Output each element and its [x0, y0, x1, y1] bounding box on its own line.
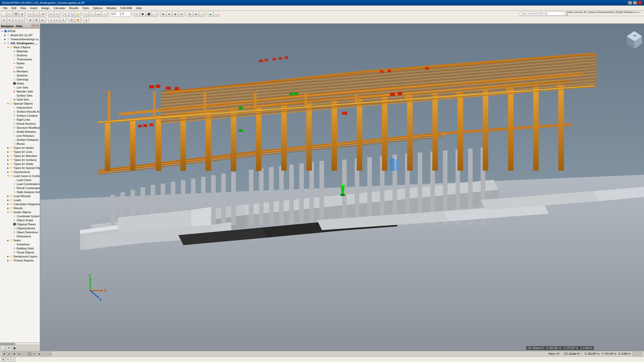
- tree-object-selections[interactable]: ⊞ Object Selections: [0, 230, 40, 234]
- tb-copy[interactable]: 📋: [34, 12, 39, 17]
- tree-load-cases-comb[interactable]: ▼ 📁 Load Cases & Combinations: [0, 174, 40, 178]
- tree-coord-systems[interactable]: ✛ Coordinate Systems: [0, 214, 40, 218]
- tb-view-3d[interactable]: ⊡: [179, 12, 184, 17]
- tree-results[interactable]: ▶ 📁 Results: [0, 206, 40, 210]
- tree-building-grids[interactable]: ⊞ Building Grids: [0, 246, 40, 250]
- tree-openings[interactable]: ⬜ Openings: [0, 77, 40, 81]
- tree-special-objects[interactable]: ▼ 📁 Special Objects: [0, 102, 40, 106]
- tree-model001[interactable]: ▶ 🗋 Model 001 (2).rf5*: [0, 33, 40, 37]
- menu-window[interactable]: Window: [104, 6, 118, 10]
- tb-redo[interactable]: ↪: [54, 12, 60, 17]
- tree-timberdesign[interactable]: ▶ 🗋 ©www.timberdesign.cz...: [0, 37, 40, 41]
- tb-select[interactable]: ↖: [63, 12, 68, 17]
- bottom-icon-2[interactable]: ↖: [6, 357, 11, 362]
- tb-array[interactable]: ⊞: [34, 17, 39, 22]
- nav-pin-button[interactable]: 📌: [31, 24, 35, 28]
- menu-options[interactable]: Options: [91, 6, 104, 10]
- tb-cut[interactable]: ✂: [28, 12, 33, 17]
- maximize-button[interactable]: □: [633, 1, 637, 5]
- status-icon-5[interactable]: ⬚: [22, 352, 27, 356]
- tree-types-nodes[interactable]: ▶ 📁 Types for Nodes: [0, 146, 40, 150]
- minimize-button[interactable]: –: [628, 1, 632, 5]
- menu-insert[interactable]: Insert: [28, 6, 39, 10]
- tb-measure[interactable]: 📏: [199, 12, 205, 17]
- tree-rigid-links[interactable]: ⊟ Rigid Links: [0, 118, 40, 122]
- tree-nodes[interactable]: ● Nodes: [0, 61, 40, 65]
- menu-tools[interactable]: Tools: [80, 6, 91, 10]
- status-icon-7[interactable]: ✒: [32, 352, 37, 356]
- status-icon-1[interactable]: ⊞: [2, 352, 7, 356]
- tree-imperfections[interactable]: ▶ 📁 Imperfections: [0, 170, 40, 174]
- tb-open[interactable]: 📂: [7, 12, 13, 17]
- tree-load-combinations[interactable]: ⊞ Load Combinations: [0, 182, 40, 186]
- tb-run[interactable]: ▶: [208, 12, 213, 17]
- menu-cad-bim[interactable]: CAD-BIM: [118, 6, 134, 10]
- tb-new[interactable]: 📄: [1, 12, 7, 17]
- menu-calculate[interactable]: Calculate: [52, 6, 67, 10]
- tb-copy2[interactable]: ⧉: [28, 17, 33, 22]
- tree-dimensions[interactable]: ↔ Dimensions: [0, 234, 40, 238]
- status-icon-8[interactable]: ⊕: [37, 352, 42, 356]
- lc-selector[interactable]: LC1: [110, 12, 120, 17]
- search-input[interactable]: [520, 12, 564, 16]
- status-icon-10[interactable]: ⊸: [47, 352, 52, 356]
- tree-static-analysis[interactable]: ⚙ Static Analysis Settings: [0, 190, 40, 194]
- tree-model153[interactable]: ▼ 🗋 153_Kindergarten_...: [0, 41, 40, 45]
- tb-view-top[interactable]: ⊠: [173, 12, 178, 17]
- tree-result-sections[interactable]: ⊡ Result Sections: [0, 122, 40, 126]
- tb-pan[interactable]: ✋: [75, 12, 80, 17]
- tree-root-rfem[interactable]: ▼ 🔵 RFEM: [0, 29, 40, 33]
- tree-guidelines[interactable]: — Guidelines: [0, 242, 40, 246]
- tree-types-lines[interactable]: ▶ 📁 Types for Lines: [0, 150, 40, 154]
- tb-num1[interactable]: 1: [48, 17, 54, 22]
- tree-surface-releases[interactable]: ▭ Surface Releases: [0, 138, 40, 142]
- tb-member[interactable]: ▬: [96, 12, 101, 17]
- status-icon-9[interactable]: ↔: [42, 352, 47, 356]
- tb-surface[interactable]: ▭: [102, 12, 107, 17]
- tree-sections[interactable]: ⬜ Sections: [0, 53, 40, 57]
- tb-divide[interactable]: ⊡: [40, 17, 45, 22]
- tree-types-solids[interactable]: ▶ 📁 Types for Solids: [0, 162, 40, 166]
- tree-lines[interactable]: ╱ Lines: [0, 65, 40, 69]
- tree-visual-objects[interactable]: 👁 Visual Objects: [0, 250, 40, 254]
- menu-edit[interactable]: Edit: [10, 6, 18, 10]
- tree-loads[interactable]: ▶ 📁 Loads: [0, 198, 40, 202]
- tb-mirror[interactable]: ⊸: [19, 17, 25, 22]
- tree-clipping-planes[interactable]: ⬛ Clipping Planes: [0, 222, 40, 226]
- tb-zoom[interactable]: 🔍: [69, 12, 74, 17]
- tree-types-special[interactable]: ▶ 📁 Types for Special Objects: [0, 166, 40, 170]
- tree-object-snaps[interactable]: ⊕ Object Snaps: [0, 218, 40, 222]
- tb-stop[interactable]: ⛌: [214, 12, 219, 17]
- bottom-icon-1[interactable]: ⊕: [1, 357, 6, 362]
- close-button[interactable]: ✕: [638, 1, 642, 5]
- tree-structure-modifications[interactable]: ⊠ Structure Modifications: [0, 126, 40, 130]
- tree-guide-objects[interactable]: ▼ 📁 Guide Objects: [0, 210, 40, 214]
- tree-members[interactable]: ▬ Members: [0, 69, 40, 73]
- status-icon-2[interactable]: ⊡: [7, 352, 12, 356]
- tree-types-surfaces[interactable]: ▶ 📁 Types for Surfaces: [0, 158, 40, 162]
- tb-paste[interactable]: 📌: [40, 12, 45, 17]
- tb-display[interactable]: 👁: [69, 17, 74, 22]
- status-icon-3[interactable]: ⊠: [12, 352, 17, 356]
- tb-grid[interactable]: ⊞: [193, 12, 199, 17]
- tree-member-sets[interactable]: ≣ Member Sets: [0, 89, 40, 94]
- tree-basic-objects[interactable]: ▼ 📁 Basic Objects: [0, 45, 40, 49]
- menu-help[interactable]: Help: [134, 6, 144, 10]
- tree-load-wizards[interactable]: ▶ 📁 Load Wizards: [0, 194, 40, 198]
- tb-render4[interactable]: ⬜: [152, 12, 157, 17]
- tree-surface-results-adj[interactable]: ⊕ Surface Results Adjustments: [0, 110, 40, 114]
- status-right-icon-1[interactable]: →: [632, 352, 637, 356]
- tb-x[interactable]: X: [84, 17, 89, 22]
- tree-thicknesses[interactable]: ▭ Thicknesses: [0, 57, 40, 61]
- tb-save[interactable]: 💾: [13, 12, 19, 17]
- tree-result-combinations[interactable]: ⊡ Result Combinations: [0, 186, 40, 190]
- tree-solid-sets[interactable]: ◾ Solid Sets: [0, 98, 40, 102]
- status-icon-6[interactable]: 🔲: [27, 352, 32, 356]
- tree-materials[interactable]: ■ Materials: [0, 49, 40, 53]
- nav-close-button[interactable]: ✕: [35, 24, 39, 28]
- tree-background-layers[interactable]: ▶ 📁 Background Layers: [0, 254, 40, 258]
- status-icon-4[interactable]: ⊟: [17, 352, 22, 356]
- tree-blocks[interactable]: ⬜ Blocks: [0, 142, 40, 146]
- tree-surfaces[interactable]: ▭ Surfaces: [0, 73, 40, 77]
- tree-surface-contacts[interactable]: ⊞ Surface Contacts: [0, 114, 40, 118]
